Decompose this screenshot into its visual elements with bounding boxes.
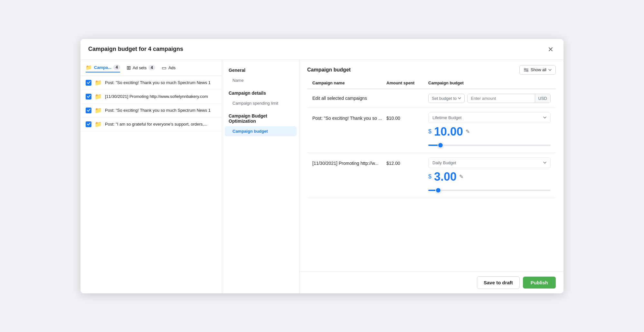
dollar-sign: $: [428, 173, 431, 180]
folder-icon: 📁: [95, 79, 102, 86]
tabs-bar: 📁 Campa... 4 ⊞ Ad sets 4 ▭ Ads: [80, 60, 222, 76]
modal-title: Campaign budget for 4 campaigns: [88, 46, 183, 52]
row2-budget-amount: $ 3.00 ✎: [428, 170, 551, 184]
amount-input-field[interactable]: USD: [467, 94, 551, 103]
row2-budget-value: 3.00: [434, 170, 457, 184]
nav-section-general: General: [222, 66, 299, 75]
row1-slider-container: [428, 140, 551, 148]
list-item[interactable]: 📁 Post: "So exciting! Thank you so much …: [80, 76, 222, 90]
row2-name: [11/30/2021] Promoting http://w...: [312, 157, 386, 166]
modal-footer: Save to draft Publish: [299, 271, 564, 293]
list-item[interactable]: 📁 Post: "I am so grateful for everyone's…: [80, 118, 222, 131]
modal-body: 📁 Campa... 4 ⊞ Ad sets 4 ▭ Ads: [80, 60, 564, 293]
nav-item-spending-limit[interactable]: Campaign spending limit: [222, 98, 299, 108]
folder-icon: 📁: [95, 93, 102, 100]
row2-budget-slider[interactable]: [428, 190, 551, 191]
modal-header: Campaign budget for 4 campaigns: [80, 39, 564, 60]
save-to-draft-button[interactable]: Save to draft: [477, 276, 520, 289]
check-icon: [86, 121, 91, 127]
campaign-list-panel: 📁 Campa... 4 ⊞ Ad sets 4 ▭ Ads: [80, 60, 222, 293]
content-title: Campaign budget: [307, 67, 351, 73]
svg-point-3: [524, 68, 526, 69]
chevron-down-icon: [543, 117, 546, 119]
svg-point-4: [527, 70, 528, 71]
dollar-sign: $: [428, 128, 431, 135]
currency-label: USD: [535, 94, 550, 103]
tab-campaigns[interactable]: 📁 Campa... 4: [86, 63, 120, 72]
list-item[interactable]: 📁 Post: "So exciting! Thank you so much …: [80, 104, 222, 118]
row1-budget-slider[interactable]: [428, 145, 551, 146]
nav-sidebar: General Name Campaign details Campaign s…: [222, 60, 299, 293]
edit-all-label: Edit all selected campaigns: [312, 96, 386, 101]
row2-edit-pencil-icon[interactable]: ✎: [459, 174, 463, 180]
row1-budget-value: 10.00: [434, 125, 463, 138]
row2-budget-controls: Daily Budget $ 3.00 ✎: [428, 157, 551, 193]
tab-adsets[interactable]: ⊞ Ad sets 4: [127, 63, 155, 72]
modal: Campaign budget for 4 campaigns 📁 Campa.…: [80, 39, 564, 293]
nav-section-cbo: Campaign Budget Optimization: [222, 108, 299, 126]
set-budget-dropdown[interactable]: Set budget to: [428, 94, 465, 103]
close-button[interactable]: [545, 44, 556, 54]
nav-item-name[interactable]: Name: [222, 75, 299, 85]
check-icon: [86, 94, 91, 100]
row1-budget-amount: $ 10.00 ✎: [428, 125, 551, 138]
row1-spent: $10.00: [386, 112, 428, 121]
campaigns-icon: 📁: [86, 64, 92, 71]
row1-name: Post: "So exciting! Thank you so ...: [312, 112, 386, 121]
content-header: Campaign budget Show all: [299, 60, 564, 77]
row1-edit-pencil-icon[interactable]: ✎: [466, 128, 470, 135]
list-item[interactable]: 📁 [11/30/2021] Promoting http://www.sofi…: [80, 90, 222, 104]
check-icon: [86, 80, 91, 86]
chevron-down-icon: [548, 69, 552, 71]
filter-icon: [524, 67, 529, 72]
tab-ads[interactable]: ▭ Ads: [162, 63, 175, 72]
budget-table: Campaign name Amount spent Campaign budg…: [299, 77, 564, 271]
row2-spent: $12.00: [386, 157, 428, 166]
adsets-icon: ⊞: [127, 65, 131, 71]
edit-all-row: Edit all selected campaigns Set budget t…: [307, 89, 556, 108]
row1-budget-type-select[interactable]: Lifetime Budget: [428, 112, 551, 123]
th-campaign-budget: Campaign budget: [428, 81, 551, 85]
check-icon: [86, 108, 91, 113]
publish-button[interactable]: Publish: [523, 277, 556, 289]
main-content: Campaign budget Show all: [299, 60, 564, 293]
th-amount-spent: Amount spent: [386, 81, 428, 85]
chevron-down-icon: [543, 162, 546, 164]
budget-controls: Set budget to USD: [428, 94, 551, 103]
nav-section-campaign-details: Campaign details: [222, 85, 299, 98]
th-campaign-name: Campaign name: [312, 81, 386, 85]
campaign-budget-row-1: Post: "So exciting! Thank you so ... $10…: [307, 108, 556, 153]
show-all-label: Show all: [531, 67, 546, 72]
row2-slider-container: [428, 185, 551, 193]
show-all-button[interactable]: Show all: [519, 65, 556, 75]
row1-budget-controls: Lifetime Budget $ 10.00 ✎: [428, 112, 551, 148]
amount-text-input[interactable]: [468, 94, 535, 103]
row2-budget-type-select[interactable]: Daily Budget: [428, 157, 551, 168]
nav-item-campaign-budget[interactable]: Campaign budget: [225, 126, 297, 136]
campaign-budget-row-2: [11/30/2021] Promoting http://w... $12.0…: [307, 153, 556, 198]
folder-icon: 📁: [95, 121, 102, 128]
table-header: Campaign name Amount spent Campaign budg…: [307, 77, 556, 89]
folder-icon: 📁: [95, 107, 102, 114]
ads-icon: ▭: [162, 65, 166, 71]
svg-rect-1: [524, 70, 528, 70]
chevron-down-icon: [458, 97, 461, 99]
